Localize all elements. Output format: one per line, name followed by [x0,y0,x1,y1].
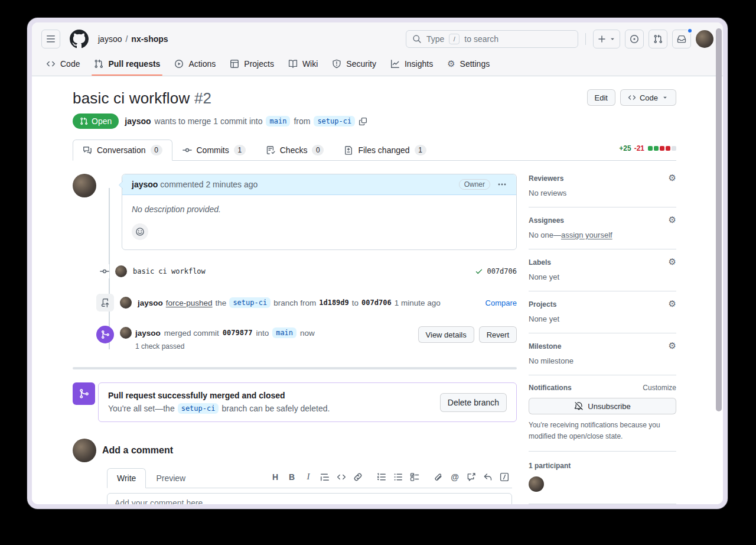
delete-branch-button[interactable]: Delete branch [440,393,507,412]
old-sha[interactable]: 1d189d9 [319,299,349,307]
commit-message[interactable]: basic ci workflow [133,267,206,275]
assign-yourself-link[interactable]: assign yourself [561,231,612,239]
head-branch-chip[interactable]: setup-ci [229,297,271,308]
head-branch-chip[interactable]: setup-ci [178,403,219,414]
tasklist-icon[interactable] [407,469,422,485]
customize-link[interactable]: Customize [643,384,676,392]
diff-block [666,146,670,151]
head-branch-chip[interactable]: setup-ci [314,116,355,126]
search-input[interactable]: Type / to search [406,30,578,48]
project-table-icon [230,59,239,69]
nav-tab-security[interactable]: Security [327,54,381,76]
caret-down-icon [609,35,616,43]
breadcrumb-owner[interactable]: jaysoo [98,34,122,44]
labels-value: None yet [529,272,676,281]
create-new-button[interactable] [593,30,620,48]
tab-checks[interactable]: Checks 0 [256,140,334,161]
copy-icon[interactable] [359,117,367,126]
diff-block [648,146,653,151]
nav-tab-wiki[interactable]: Wiki [284,54,322,76]
commit-sha[interactable]: 007d706 [487,267,517,275]
editor-toolbar: H B I @ [268,469,512,487]
quote-icon[interactable] [317,469,333,485]
tab-commits[interactable]: Commits 1 [172,140,256,161]
link-icon[interactable] [350,469,366,485]
check-note: 1 check passed [135,342,315,351]
revert-button[interactable]: Revert [479,326,517,343]
github-logo[interactable] [70,30,89,48]
cross-reference-icon[interactable] [464,469,479,485]
heading-icon[interactable]: H [268,469,283,485]
merge-sha[interactable]: 0079877 [223,329,253,337]
check-icon[interactable] [475,267,483,275]
owner-badge[interactable]: Owner [459,179,490,190]
gear-icon[interactable]: ⚙ [669,216,676,225]
avatar[interactable] [73,439,96,462]
file-diff-icon [344,145,353,155]
compare-link[interactable]: Compare [485,299,517,307]
avatar[interactable] [120,327,132,339]
nav-tab-code[interactable]: Code [41,54,84,76]
pull-requests-button[interactable] [649,30,667,48]
slash-commands-icon[interactable] [497,469,512,485]
avatar[interactable] [529,476,544,492]
tab-conversation[interactable]: Conversation 0 [73,140,172,161]
avatar[interactable] [115,265,127,277]
add-comment-heading: Add a comment [102,445,173,456]
force-pushed-link[interactable]: force-pushed [166,299,213,307]
saved-replies-icon[interactable] [480,469,496,485]
event-time: 1 minute ago [395,299,441,307]
italic-icon[interactable]: I [301,469,316,485]
base-branch-chip[interactable]: main [266,116,290,126]
ordered-list-icon[interactable] [374,469,389,485]
unordered-list-icon[interactable] [390,469,406,485]
checklist-icon [266,145,275,155]
new-sha[interactable]: 007d706 [361,299,392,307]
mention-icon[interactable]: @ [447,469,462,485]
gear-icon[interactable]: ⚙ [669,258,676,267]
merge-event: jaysoo merged commit 0079877 into main n… [73,326,517,351]
avatar[interactable] [120,297,132,309]
nav-tab-insights[interactable]: Insights [386,54,438,76]
additions-count: +25 [619,144,631,153]
event-author[interactable]: jaysoo [135,329,161,338]
code-dropdown-button[interactable]: Code [620,89,676,106]
bold-icon[interactable]: B [284,469,299,485]
attach-file-icon[interactable] [431,469,446,485]
gear-icon[interactable]: ⚙ [669,342,676,351]
comment-textarea[interactable] [107,493,512,509]
sidebar: Reviewers ⚙ No reviews Assignees ⚙ No on… [529,174,676,509]
nav-tab-actions[interactable]: Actions [170,54,220,76]
comment-author[interactable]: jaysoo [132,180,158,189]
edit-button[interactable]: Edit [587,89,615,106]
code-icon[interactable] [334,469,349,485]
pr-author[interactable]: jaysoo [125,116,151,126]
gear-icon[interactable]: ⚙ [669,174,676,183]
view-details-button[interactable]: View details [418,326,474,343]
avatar[interactable] [73,174,96,197]
base-branch-chip[interactable]: main [272,327,296,338]
avatar[interactable] [696,30,713,48]
breadcrumb-repo[interactable]: nx-shops [131,34,168,44]
search-placeholder-prefix: Type [426,34,444,44]
emoji-reaction-button[interactable] [132,223,148,240]
merged-banner-title: Pull request successfully merged and clo… [108,391,440,400]
kebab-menu-button[interactable] [497,180,507,189]
hamburger-menu-button[interactable] [41,30,60,48]
inbox-button[interactable] [672,30,691,48]
preview-tab[interactable]: Preview [146,468,195,488]
nav-tab-pull-requests[interactable]: Pull requests [89,54,165,76]
nav-tab-settings[interactable]: ⚙Settings [442,54,494,76]
scrollbar[interactable] [716,28,722,411]
gear-icon[interactable]: ⚙ [669,300,676,309]
sidebar-section-reviewers: Reviewers ⚙ No reviews [529,174,676,207]
write-tab[interactable]: Write [107,468,146,488]
tab-files-changed[interactable]: Files changed 1 [334,140,436,161]
unsubscribe-button[interactable]: Unsubscribe [529,398,676,414]
comment-body-text: No description provided. [132,205,507,214]
event-author[interactable]: jaysoo [138,299,163,307]
notification-dot [687,28,693,34]
commit-event: basic ci workflow 007d706 [73,264,517,278]
nav-tab-projects[interactable]: Projects [225,54,279,76]
issues-button[interactable] [625,30,644,48]
